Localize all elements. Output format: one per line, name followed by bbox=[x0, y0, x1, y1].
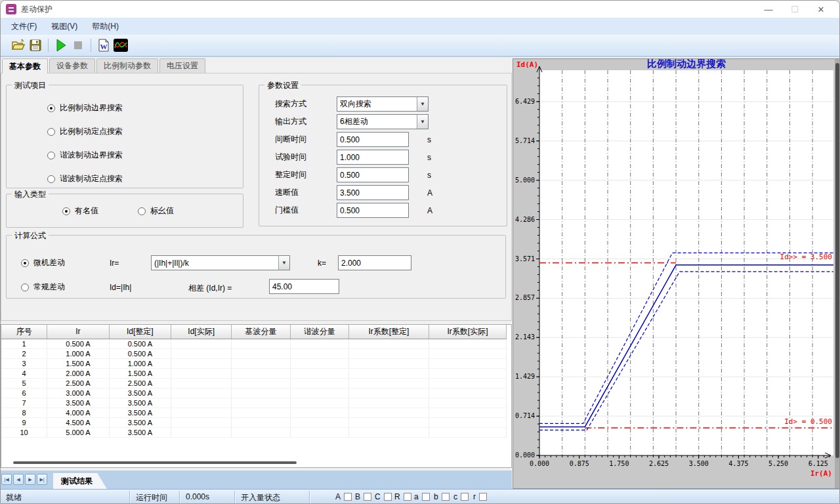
open-file-button[interactable] bbox=[10, 37, 27, 54]
menu-help[interactable]: 帮助(H) bbox=[92, 21, 119, 32]
test-item-option-3[interactable]: 谐波制动定点搜索 bbox=[47, 173, 123, 184]
tab-0[interactable]: 基本参数 bbox=[2, 58, 48, 74]
table-row[interactable]: 42.000 A1.500 A bbox=[1, 368, 507, 378]
table-row[interactable]: 21.000 A0.500 A bbox=[1, 348, 507, 358]
phase-input[interactable] bbox=[269, 279, 339, 294]
input-type-option-1[interactable]: 标幺值 bbox=[138, 205, 174, 217]
table-row[interactable]: 105.000 A3.500 A bbox=[1, 427, 507, 437]
run-button[interactable] bbox=[52, 37, 70, 54]
column-header-0[interactable]: 序号 bbox=[1, 325, 47, 339]
tab-nav-button-2[interactable]: ▶ bbox=[25, 474, 35, 485]
maximize-button[interactable]: ☐ bbox=[782, 1, 808, 18]
table-row[interactable]: 63.000 A3.500 A bbox=[1, 388, 507, 398]
test-item-option-1[interactable]: 比例制动定点搜索 bbox=[47, 126, 123, 137]
ir-label: Ir= bbox=[110, 259, 119, 268]
table-cell bbox=[232, 339, 290, 348]
menu-view[interactable]: 视图(V) bbox=[51, 21, 77, 32]
channel-checkbox[interactable] bbox=[422, 493, 430, 501]
channel-checkbox[interactable] bbox=[344, 493, 352, 501]
column-header-6[interactable]: Ir系数[整定] bbox=[348, 325, 429, 339]
menu-file[interactable]: 文件(F) bbox=[11, 21, 37, 32]
k-input[interactable] bbox=[338, 255, 411, 270]
table-cell bbox=[232, 358, 290, 368]
channel-checkbox[interactable] bbox=[364, 493, 371, 501]
channel-checkbox[interactable] bbox=[442, 493, 450, 501]
chevron-down-icon[interactable]: ▼ bbox=[417, 115, 428, 129]
channel-checkbox[interactable] bbox=[384, 493, 392, 501]
table-cell bbox=[429, 408, 506, 417]
test-item-option-0[interactable]: 比例制动边界搜索 bbox=[47, 102, 123, 114]
minimize-button[interactable]: — bbox=[755, 1, 782, 18]
output-mode-select[interactable]: 6相差动▼ bbox=[337, 114, 429, 129]
table-row[interactable]: 52.500 A2.500 A bbox=[1, 378, 507, 388]
column-header-4[interactable]: 基波分量 bbox=[232, 325, 290, 339]
table-cell: 3 bbox=[1, 358, 47, 368]
vertical-scrollbar[interactable] bbox=[835, 59, 840, 488]
svg-text:6.125: 6.125 bbox=[808, 460, 828, 467]
instant-value-input[interactable] bbox=[337, 185, 409, 200]
settle-time-input[interactable] bbox=[337, 167, 409, 182]
waveform-button[interactable] bbox=[112, 37, 129, 54]
table-row[interactable]: 94.500 A3.500 A bbox=[1, 417, 507, 427]
param-row-settle-time: 整定时间s bbox=[259, 167, 507, 182]
gate-value-label: 门槛值 bbox=[259, 205, 337, 216]
test-time-input[interactable] bbox=[337, 150, 409, 165]
table-row[interactable]: 84.000 A3.500 A bbox=[1, 408, 507, 417]
search-mode-select[interactable]: 双向搜索▼ bbox=[337, 96, 429, 112]
save-button[interactable] bbox=[27, 37, 44, 54]
word-report-button[interactable]: W bbox=[95, 37, 112, 54]
column-header-2[interactable]: Id[整定] bbox=[109, 325, 171, 339]
horizontal-scrollbar[interactable] bbox=[13, 461, 297, 464]
group-title: 测试项目 bbox=[12, 80, 49, 91]
settle-time-label: 整定时间 bbox=[259, 169, 337, 180]
table-cell bbox=[429, 339, 506, 348]
table-cell bbox=[232, 398, 290, 408]
tab-nav-button-3[interactable]: ▶| bbox=[37, 474, 47, 485]
input-type-option-0[interactable]: 有名值 bbox=[62, 205, 98, 217]
table-cell bbox=[232, 427, 290, 437]
gate-value-input[interactable] bbox=[337, 203, 409, 218]
settle-time-unit: s bbox=[427, 171, 431, 180]
column-header-7[interactable]: Ir系数[实际] bbox=[429, 325, 506, 339]
table-row[interactable]: 10.500 A0.500 A bbox=[1, 339, 507, 348]
test-item-option-2[interactable]: 谐波制动边界搜索 bbox=[47, 150, 123, 161]
table-cell: 4.000 A bbox=[47, 408, 109, 417]
table-cell: 1.000 A bbox=[109, 358, 171, 368]
ir-formula-select[interactable]: (|Ih|+|Il|)/k ▼ bbox=[151, 255, 290, 270]
group-title: 计算公式 bbox=[12, 230, 49, 242]
formula-mode-option-1[interactable]: 常规差动 bbox=[21, 282, 65, 293]
table-cell: 4 bbox=[1, 368, 47, 378]
table-row[interactable]: 73.500 A3.500 A bbox=[1, 398, 507, 408]
radio-icon bbox=[47, 104, 55, 112]
column-header-5[interactable]: 谐波分量 bbox=[290, 325, 348, 339]
table-cell bbox=[429, 358, 506, 368]
bottom-tab-0[interactable]: 测试结果 bbox=[53, 473, 107, 489]
table-cell: 0.500 A bbox=[47, 339, 109, 348]
column-header-3[interactable]: Id[实际] bbox=[171, 325, 232, 339]
tab-2[interactable]: 比例制动参数 bbox=[96, 58, 158, 73]
break-time-input[interactable] bbox=[337, 132, 409, 147]
table-cell: 5.000 A bbox=[47, 427, 109, 437]
column-header-1[interactable]: Ir bbox=[47, 325, 109, 339]
table-cell: 3.500 A bbox=[109, 427, 171, 437]
table-cell bbox=[171, 388, 232, 398]
table-cell bbox=[171, 398, 232, 408]
tab-nav-button-0[interactable]: |◀ bbox=[1, 474, 12, 485]
chevron-down-icon[interactable]: ▼ bbox=[278, 256, 289, 270]
table-row[interactable]: 31.500 A1.000 A bbox=[1, 358, 507, 368]
chevron-down-icon[interactable]: ▼ bbox=[417, 97, 428, 111]
toolbar-separator bbox=[48, 39, 49, 52]
tab-1[interactable]: 设备参数 bbox=[49, 58, 95, 73]
runtime-label: 运行时间 bbox=[136, 492, 167, 503]
svg-text:2.143: 2.143 bbox=[515, 333, 535, 341]
stop-button[interactable] bbox=[70, 37, 87, 54]
channel-checkbox[interactable] bbox=[479, 493, 487, 501]
table-cell bbox=[232, 348, 290, 358]
tab-nav-button-1[interactable]: ◀ bbox=[13, 474, 24, 485]
channel-checkbox[interactable] bbox=[461, 493, 469, 501]
close-button[interactable]: ✕ bbox=[808, 1, 834, 18]
channel-checkbox[interactable] bbox=[404, 493, 411, 501]
tab-3[interactable]: 电压设置 bbox=[159, 58, 205, 73]
table-cell: 3.500 A bbox=[109, 398, 171, 408]
formula-mode-option-0[interactable]: 微机差动 bbox=[21, 257, 65, 268]
